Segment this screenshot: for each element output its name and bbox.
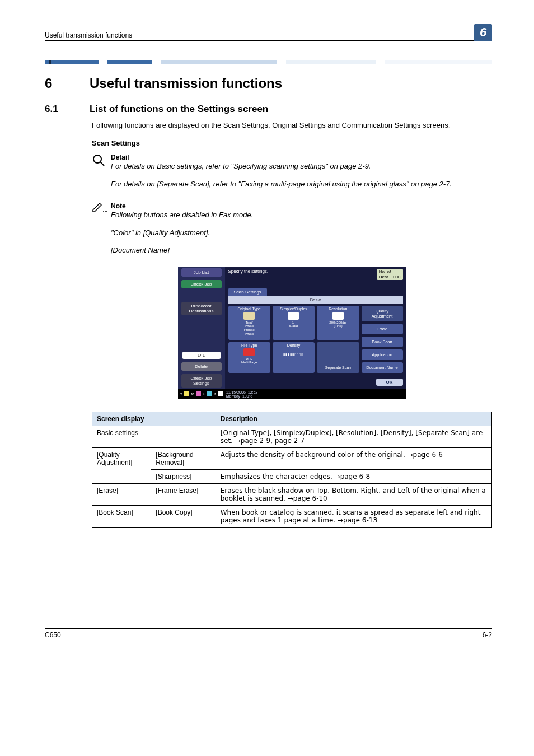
section-number: 6.1 [45,104,90,115]
chapter-title: Useful transmission functions [90,76,282,91]
footer-right: 6-2 [483,631,492,639]
simplex-icon [288,312,299,320]
decorative-bar [45,60,492,64]
th-screen-display: Screen display [92,412,216,426]
th-description: Description [216,412,491,426]
original-type-button[interactable]: Original TypeText/ Photo Printed Photo [228,306,270,340]
chapter-heading: 6Useful transmission functions [45,76,492,91]
resolution-button[interactable]: Resolution200x200dpi (Fine) [317,306,359,340]
section-heading: 6.1List of functions on the Settings scr… [45,104,492,115]
quality-adjustment-button[interactable]: Quality Adjustment [362,306,403,321]
toner-c-icon [207,391,212,396]
ok-button[interactable]: OK [376,379,403,386]
foot-mem-val: 100% [242,394,252,398]
simplex-duplex-button[interactable]: Simplex/Duplex1- Sided [273,306,315,340]
table-row: [Sharpness] Emphasizes the character edg… [92,469,492,483]
job-list-button[interactable]: Job List [181,268,222,277]
foot-mem-label: Memory [226,394,240,398]
table-row: [Erase] [Frame Erase] Erases the black s… [92,483,492,505]
magnifier-icon [92,153,107,169]
erase-button[interactable]: Erase [362,324,403,334]
document-name-button[interactable]: Document Name [362,362,403,373]
nod-value: 000 [393,274,400,279]
settings-table: Screen display Description Basic setting… [92,412,492,528]
running-title: Useful transmission functions [45,31,132,39]
check-settings-button[interactable]: Check Job Settings [181,374,222,388]
specify-text: Specify the settings. [228,269,269,280]
toner-y-icon [184,391,189,396]
svg-point-2 [103,211,104,212]
svg-point-0 [93,155,101,163]
nod-label: No. of Dest. [379,269,391,279]
device-panel: Job List Check Job Broadcast Destination… [178,267,406,399]
original-type-icon [243,312,255,320]
footer-left: C650 [45,631,61,639]
page-indicator: 1/ 1 [182,352,221,359]
table-row: [Book Scan] [Book Copy] When book or cat… [92,505,492,527]
pdf-icon [243,348,255,356]
foot-time: 12:52 [248,390,258,394]
section-title: List of functions on the Settings screen [90,104,268,114]
foot-date: 11/15/2006 [226,390,246,394]
application-button[interactable]: Application [362,349,403,360]
pencil-icon [92,202,107,215]
density-button[interactable]: Density▮▮▮▮▮▯▯▯▯ [273,342,315,373]
toner-k-icon [218,391,223,396]
basic-label: Basic [228,296,403,304]
note-line1: Following buttons are disabled in Fax mo… [111,210,492,220]
svg-point-3 [105,211,106,212]
resolution-icon [332,312,344,320]
toner-m-icon [196,391,201,396]
file-type-button[interactable]: File TypePDF Multi Page [228,342,270,373]
intro-paragraph: Following functions are displayed on the… [92,120,492,130]
svg-line-1 [100,162,104,166]
delete-button[interactable]: Delete [181,362,222,371]
note-line2: "Color" in [Quality Adjustment]. [111,228,492,238]
note-line3: [Document Name] [111,245,492,255]
broadcast-tab[interactable]: Broadcast Destinations [181,302,222,315]
separate-scan-button[interactable]: Separate Scan [317,342,359,373]
detail-line2: For details on [Separate Scan], refer to… [111,179,492,189]
chapter-number: 6 [45,76,90,91]
scan-settings-heading: Scan Settings [92,138,492,148]
check-job-button[interactable]: Check Job [181,280,222,288]
scan-settings-tab[interactable]: Scan Settings [228,288,267,296]
svg-point-4 [106,211,107,212]
table-row: [Quality Adjustment] [Background Removal… [92,447,492,469]
detail-line1: For details on Basic settings, refer to … [111,161,492,171]
note-title: Note [111,202,492,210]
book-scan-button[interactable]: Book Scan [362,337,403,347]
detail-title: Detail [111,153,492,161]
table-row: Basic settings [Original Type], [Simplex… [92,426,492,447]
chapter-badge: 6 [474,24,492,41]
